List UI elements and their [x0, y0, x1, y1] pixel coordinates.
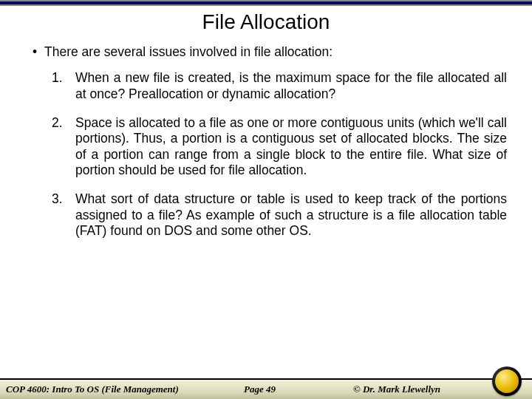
- bullet-item: • There are several issues involved in f…: [33, 44, 507, 60]
- logo-inner-circle: [495, 369, 519, 393]
- item-number: 3.: [52, 191, 75, 239]
- footer-course: COP 4600: Intro To OS (File Management): [0, 383, 244, 395]
- item-text: What sort of data structure or table is …: [75, 191, 507, 239]
- ucf-logo: [492, 366, 525, 399]
- numbered-item-3: 3. What sort of data structure or table …: [52, 191, 507, 239]
- item-text: When a new file is created, is the maxim…: [75, 70, 507, 102]
- bullet-marker: •: [33, 44, 44, 60]
- logo-outer-circle: [492, 366, 522, 396]
- slide-body: • There are several issues involved in f…: [0, 44, 532, 399]
- footer-bar: COP 4600: Intro To OS (File Management) …: [0, 378, 532, 399]
- numbered-item-2: 2. Space is allocated to a file as one o…: [52, 115, 507, 178]
- item-text: Space is allocated to a file as one or m…: [75, 115, 507, 178]
- footer-page: Page 49: [244, 383, 340, 395]
- slide-title: File Allocation: [0, 6, 532, 44]
- item-number: 2.: [52, 115, 75, 178]
- top-accent-bar: [0, 0, 532, 6]
- slide: File Allocation • There are several issu…: [0, 0, 532, 399]
- item-number: 1.: [52, 70, 75, 102]
- bullet-text: There are several issues involved in fil…: [44, 44, 507, 60]
- numbered-item-1: 1. When a new file is created, is the ma…: [52, 70, 507, 102]
